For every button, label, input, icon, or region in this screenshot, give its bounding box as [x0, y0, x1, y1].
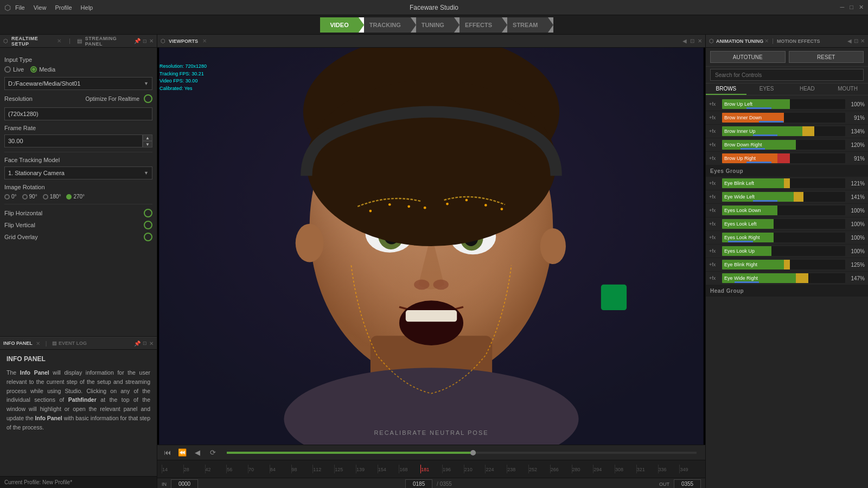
- plus-fx-button[interactable]: +fx: [709, 275, 720, 281]
- nav-stream[interactable]: STREAM: [503, 17, 547, 33]
- tuning-item[interactable]: +fxEye Wide Right147%: [706, 272, 868, 285]
- cat-tab-eyes[interactable]: EYES: [746, 84, 787, 95]
- flip-vertical-toggle[interactable]: [144, 221, 152, 229]
- autotune-button[interactable]: AUTOTUNE: [710, 51, 786, 63]
- nav-tuning[interactable]: TUNING: [412, 17, 454, 33]
- plus-fx-button[interactable]: +fx: [709, 208, 720, 213]
- info-panel-pop[interactable]: ⊡: [143, 341, 147, 346]
- grid-overlay-toggle[interactable]: [144, 233, 152, 241]
- tuning-item[interactable]: +fxEyes Look Up100%: [706, 245, 868, 258]
- menu-view[interactable]: View: [34, 4, 47, 11]
- tuning-item[interactable]: +fxBrow Up Left100%: [706, 98, 868, 111]
- tuning-item[interactable]: +fxEyes Look Right100%: [706, 231, 868, 245]
- radio-live[interactable]: Live: [4, 66, 24, 73]
- total-frames: / 0355: [437, 481, 452, 487]
- tuning-item[interactable]: +fxEyes Look Left100%: [706, 217, 868, 231]
- tuning-item[interactable]: +fxBrow Up Right91%: [706, 152, 868, 165]
- app-title: Faceware Studio: [410, 4, 458, 11]
- rotation-options: 0° 90° 180° 270°: [4, 194, 152, 200]
- tl-btn-prev[interactable]: ⏪: [177, 447, 188, 458]
- tuning-percent: 100%: [847, 101, 865, 107]
- tuning-percent: 91%: [847, 115, 865, 121]
- tuning-item[interactable]: +fxEye Blink Left121%: [706, 177, 868, 190]
- tuning-item[interactable]: +fxEye Blink Right125%: [706, 258, 868, 272]
- tuning-item[interactable]: +fxBrow Down Right120%: [706, 138, 868, 152]
- plus-fx-button[interactable]: +fx: [709, 221, 720, 227]
- cat-tab-head[interactable]: HEAD: [787, 84, 828, 95]
- tl-btn-back[interactable]: ◀: [192, 447, 203, 458]
- panel-pin-btn[interactable]: 📌: [134, 38, 141, 44]
- menu-file[interactable]: File: [15, 4, 25, 11]
- tuning-item[interactable]: +fxEyes Look Down100%: [706, 204, 868, 217]
- media-path-dropdown[interactable]: D:/Faceware/Media/Shot01 ▼: [4, 77, 152, 90]
- rotation-0[interactable]: 0°: [4, 194, 17, 200]
- tuning-item[interactable]: +fxEye Wide Left141%: [706, 190, 868, 204]
- flip-horizontal-toggle[interactable]: [144, 209, 152, 217]
- panel-pop-btn[interactable]: ⊡: [143, 38, 147, 44]
- tuning-bar: [722, 126, 845, 136]
- recalibrate-text[interactable]: RECALIBRATE NEUTRAL POSE: [374, 429, 488, 436]
- nav-pipeline: VIDEO TRACKING TUNING EFFECTS STREAM: [0, 15, 868, 35]
- frame-rate-down[interactable]: ▼: [143, 141, 152, 147]
- right-panel-close[interactable]: ✕: [860, 38, 865, 44]
- nav-tracking[interactable]: TRACKING: [360, 17, 411, 33]
- nav-effects[interactable]: EFFECTS: [455, 17, 502, 33]
- plus-fx-button[interactable]: +fx: [709, 129, 720, 134]
- rotation-90[interactable]: 90°: [22, 194, 37, 200]
- plus-fx-button[interactable]: +fx: [709, 115, 720, 120]
- tuning-item[interactable]: +fxBrow Inner Down91%: [706, 111, 868, 125]
- plus-fx-button[interactable]: +fx: [709, 101, 720, 107]
- tab-streaming-panel[interactable]: STREAMING PANEL: [85, 36, 131, 47]
- right-panel-collapse[interactable]: ◀: [847, 38, 852, 44]
- viewport-pin[interactable]: ◀: [682, 38, 687, 44]
- tab-realtime-setup[interactable]: REALTIME SETUP: [11, 36, 53, 47]
- rotation-270[interactable]: 270°: [66, 194, 85, 200]
- radio-media-indicator: [30, 66, 37, 73]
- info-panel-tab-label[interactable]: INFO PANEL: [3, 341, 33, 346]
- anim-tuning-tab[interactable]: ANIMATION TUNING: [716, 38, 763, 44]
- plus-fx-button[interactable]: +fx: [709, 262, 720, 267]
- optimize-toggle[interactable]: [144, 94, 152, 103]
- close-button[interactable]: ✕: [859, 4, 864, 11]
- plus-fx-button[interactable]: +fx: [709, 248, 720, 254]
- out-value-input[interactable]: [674, 479, 701, 489]
- tl-btn-start[interactable]: ⏮: [162, 447, 173, 458]
- minimize-button[interactable]: ─: [840, 4, 845, 11]
- tuning-bar-container: Brow Down Right: [722, 140, 845, 150]
- maximize-button[interactable]: □: [850, 4, 853, 11]
- cat-tab-mouth[interactable]: MOUTH: [827, 84, 868, 95]
- plus-fx-button[interactable]: +fx: [709, 194, 720, 200]
- plus-fx-button[interactable]: +fx: [709, 142, 720, 147]
- plus-fx-button[interactable]: +fx: [709, 235, 720, 240]
- in-value-input[interactable]: [171, 479, 198, 489]
- info-panel-pin[interactable]: 📌: [134, 341, 141, 346]
- tuning-item[interactable]: +fxBrow Inner Up134%: [706, 125, 868, 138]
- flip-horizontal-row: Flip Horizontal: [4, 209, 152, 217]
- right-panel-pop[interactable]: ⊡: [854, 38, 858, 44]
- menu-profile[interactable]: Profile: [55, 4, 72, 11]
- viewport-pop-out[interactable]: ⊡: [690, 38, 694, 44]
- info-panel-close[interactable]: ✕: [149, 341, 154, 346]
- radio-media[interactable]: Media: [30, 66, 55, 73]
- reset-button[interactable]: RESET: [789, 51, 864, 63]
- ruler-tick-98: 98: [291, 465, 313, 473]
- tracking-model-dropdown[interactable]: 1. Stationary Camera ▼: [4, 166, 152, 179]
- menu-help[interactable]: Help: [81, 4, 93, 11]
- nav-video[interactable]: VIDEO: [320, 17, 358, 33]
- current-frame-input[interactable]: [405, 479, 432, 489]
- tl-btn-loop[interactable]: ⟳: [207, 447, 218, 458]
- cat-tab-brows[interactable]: BROWS: [706, 84, 746, 95]
- resolution-row: Resolution Optimize For Realtime: [4, 94, 152, 103]
- motion-effects-tab[interactable]: MOTION EFFECTS: [777, 38, 820, 44]
- search-input[interactable]: [710, 69, 864, 81]
- frame-rate-up[interactable]: ▲: [143, 134, 152, 141]
- viewport-close[interactable]: ✕: [698, 38, 702, 44]
- rotation-180[interactable]: 180°: [43, 194, 61, 200]
- panel-close-btn[interactable]: ✕: [149, 38, 154, 44]
- frame-rate-input[interactable]: 30.00: [4, 134, 143, 147]
- tl-progress-bar[interactable]: [227, 452, 697, 454]
- plus-fx-button[interactable]: +fx: [709, 156, 720, 161]
- plus-fx-button[interactable]: +fx: [709, 181, 720, 186]
- event-log-tab-label[interactable]: ▤ EVENT LOG: [52, 341, 87, 346]
- viewport-tab-label[interactable]: VIEWPORTS: [169, 38, 198, 44]
